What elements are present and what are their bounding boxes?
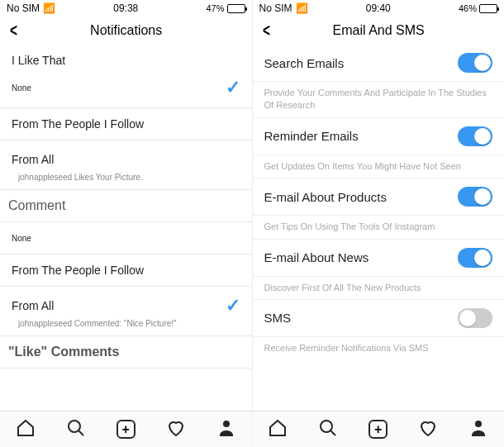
carrier-label: No SIM (259, 2, 292, 14)
tab-bar: + (253, 411, 505, 447)
profile-icon[interactable] (468, 418, 488, 441)
tab-bar: + (0, 411, 252, 447)
option-from-all[interactable]: From All (12, 153, 54, 166)
option-none[interactable]: None (12, 83, 31, 93)
option-from-all-2[interactable]: From All (12, 299, 54, 312)
page-title: Email And SMS (278, 23, 479, 38)
activity-icon[interactable] (166, 418, 186, 441)
svg-point-3 (321, 421, 332, 432)
option-none-2[interactable]: None (12, 234, 31, 243)
row-email-news: E-mail About News (264, 250, 369, 264)
add-post-icon[interactable]: + (368, 420, 388, 439)
clock: 09:38 (113, 2, 138, 14)
right-screen: No SIM📶 09:40 46% < Email And SMS Search… (253, 0, 505, 447)
back-button[interactable]: < (262, 20, 269, 41)
desc-news: Discover First Of All The New Products (253, 277, 505, 300)
page-title: Notifications (26, 23, 227, 38)
row-reminder-emails: Reminder Emails (264, 129, 359, 143)
battery-pct: 46% (459, 3, 477, 13)
desc-sms: Receive Reminder Notifications Via SMS (253, 337, 505, 359)
profile-icon[interactable] (216, 418, 236, 441)
check-icon: ✓ (226, 295, 240, 316)
nav-header: < Notifications (0, 17, 252, 45)
svg-line-1 (78, 430, 83, 435)
search-icon[interactable] (318, 418, 338, 441)
wifi-icon: 📶 (43, 3, 55, 13)
left-screen: No SIM📶 09:38 47% < Notifications I Like… (0, 0, 253, 447)
battery-pct: 47% (206, 3, 224, 13)
check-icon: ✓ (226, 77, 240, 98)
home-icon[interactable] (16, 418, 36, 441)
option-from-follow-2[interactable]: From The People I Follow (12, 264, 144, 277)
desc-search: Provide Your Comments And Participate In… (253, 82, 505, 118)
status-bar: No SIM📶 09:40 46% (253, 0, 505, 17)
svg-point-5 (475, 421, 482, 427)
desc-products: Get Tips On Using The Tools Of Instagram (253, 216, 505, 239)
svg-line-4 (330, 430, 335, 435)
toggle-reminder-emails[interactable] (458, 126, 492, 146)
status-bar: No SIM📶 09:38 47% (0, 0, 252, 17)
svg-point-0 (69, 421, 80, 432)
option-from-follow[interactable]: From The People I Follow (12, 117, 144, 131)
back-button[interactable]: < (10, 20, 17, 41)
desc-reminder: Get Updates On Items You Might Have Not … (253, 155, 505, 178)
toggle-email-news[interactable] (458, 248, 492, 268)
search-icon[interactable] (66, 418, 86, 441)
option-like-that[interactable]: I Like That (12, 54, 65, 67)
battery-icon (479, 4, 497, 13)
clock: 09:40 (366, 2, 391, 14)
toggle-search-emails[interactable] (458, 53, 492, 73)
example-text: johnappleseed Likes Your Picture. (0, 172, 252, 189)
row-email-products: E-mail About Products (264, 190, 387, 204)
add-post-icon[interactable]: + (116, 420, 136, 439)
svg-point-2 (223, 421, 230, 427)
activity-icon[interactable] (418, 418, 438, 441)
example-text-2: johnappleseed Commented: "Nice Picture!" (0, 318, 252, 335)
battery-icon (227, 4, 245, 13)
toggle-email-products[interactable] (458, 187, 492, 207)
row-search-emails: Search Emails (264, 56, 345, 70)
row-sms: SMS (264, 311, 292, 325)
section-like-comments: "Like" Comments (0, 336, 252, 368)
nav-header: < Email And SMS (253, 17, 505, 45)
home-icon[interactable] (268, 418, 288, 441)
toggle-sms[interactable] (458, 308, 492, 328)
section-comment: Comment (0, 190, 252, 221)
carrier-label: No SIM (7, 2, 40, 14)
wifi-icon: 📶 (296, 3, 308, 13)
